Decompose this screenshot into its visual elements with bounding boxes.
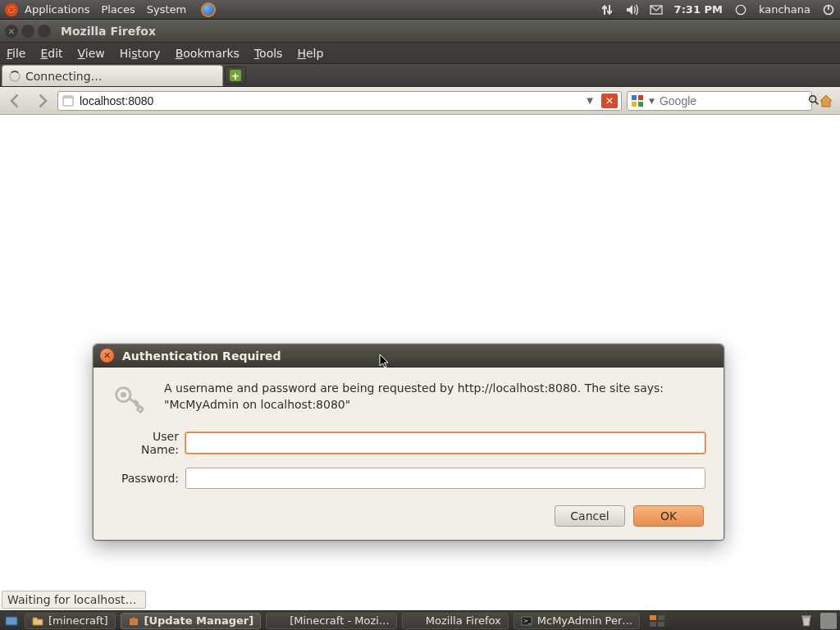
menu-tools[interactable]: Tools [254,47,283,60]
task-item-minecraft-firefox[interactable]: [Minecraft - Mozi… [266,613,397,629]
auth-dialog-title: Authentication Required [122,349,281,363]
url-bar[interactable]: ▼ ✕ [57,91,622,111]
task-label: Mozilla Firefox [426,614,501,627]
password-input[interactable] [185,468,705,489]
search-input[interactable] [660,94,803,107]
panel-clock[interactable]: 7:31 PM [674,3,723,16]
password-label: Password: [112,472,179,485]
svg-rect-9 [638,102,643,107]
svg-rect-7 [638,95,643,100]
menu-help[interactable]: Help [297,47,323,60]
task-item-minecraft-folder[interactable]: [minecraft] [25,613,116,629]
firefox-titlebar[interactable]: ✕ Mozilla Firefox [0,20,840,43]
menu-bookmarks[interactable]: Bookmarks [176,47,240,60]
terminal-icon: >_ [521,615,532,627]
window-title: Mozilla Firefox [61,25,156,38]
search-bar[interactable]: ▼ [627,91,812,111]
svg-rect-22 [801,615,810,617]
page-content: ✕ Authentication Required A username and… [0,115,840,610]
panel-menu-system[interactable]: System [147,3,186,16]
task-item-update-manager[interactable]: [Update Manager] [121,613,262,629]
auth-dialog-titlebar[interactable]: ✕ Authentication Required [94,345,724,368]
mail-icon[interactable] [650,3,663,16]
firefox-icon [409,615,421,627]
username-label: User Name: [112,430,179,456]
volume-icon[interactable] [625,3,638,16]
svg-rect-6 [632,95,637,100]
folder-icon [32,615,43,627]
google-engine-icon[interactable] [631,94,644,107]
update-manager-icon [128,615,139,627]
username-input[interactable] [185,432,705,454]
user-indicator-icon[interactable] [734,3,747,16]
firefox-launcher-icon[interactable] [201,2,216,17]
status-bar: Waiting for localhost… [2,591,146,609]
task-label: [minecraft] [48,614,108,627]
power-icon[interactable] [822,3,835,16]
workspace-switcher-icon[interactable] [650,615,661,627]
menu-edit[interactable]: Edit [40,47,62,60]
menu-view[interactable]: View [78,47,105,60]
stop-button[interactable]: ✕ [601,94,618,108]
svg-rect-8 [632,102,637,107]
panel-menu-places[interactable]: Places [101,3,135,16]
url-input[interactable] [80,94,578,107]
plus-icon: + [230,70,241,81]
page-identity-icon[interactable] [62,94,75,107]
gnome-top-panel: ◌ Applications Places System 7:31 PM kan… [0,0,840,20]
svg-text:>_: >_ [523,618,532,624]
svg-rect-20 [650,622,656,627]
url-history-dropdown-icon[interactable]: ▼ [583,96,596,105]
svg-rect-19 [658,615,664,620]
task-label: [Update Manager] [144,614,254,627]
home-button[interactable] [817,92,835,110]
gnome-bottom-panel: [minecraft] [Update Manager] [Minecraft … [0,610,840,630]
show-desktop-icon[interactable] [3,613,20,629]
svg-point-13 [121,392,126,398]
user-switcher-icon[interactable] [820,613,837,629]
task-item-firefox[interactable]: Mozilla Firefox [402,613,509,629]
panel-menu-applications[interactable]: Applications [25,3,89,16]
svg-point-10 [810,95,816,102]
task-label: [Minecraft - Mozi… [290,614,390,627]
menu-file[interactable]: File [7,47,25,60]
firefox-navbar: ▼ ✕ ▼ [0,87,840,115]
tab-label: Connecting… [25,70,103,83]
window-maximize-icon[interactable] [38,25,51,38]
window-close-icon[interactable]: ✕ [5,25,18,38]
auth-dialog-close-icon[interactable]: ✕ [100,349,114,363]
task-item-mcmyadmin[interactable]: >_ McMyAdmin Per… [514,613,641,629]
trash-icon[interactable] [799,613,815,629]
svg-rect-14 [6,617,17,625]
forward-button[interactable] [31,91,52,111]
key-icon [112,381,149,418]
auth-dialog-message: A username and password are being reques… [164,381,705,413]
panel-username[interactable]: kanchana [759,3,810,16]
window-minimize-icon[interactable] [21,25,34,38]
firefox-window: ✕ Mozilla Firefox File Edit View History… [0,20,840,610]
browser-tab[interactable]: Connecting… [2,65,223,86]
firefox-menubar: File Edit View History Bookmarks Tools H… [0,43,840,64]
svg-rect-21 [658,622,664,627]
ubuntu-logo-icon[interactable]: ◌ [5,3,18,16]
network-icon[interactable] [600,3,614,16]
svg-point-1 [736,5,745,14]
cancel-button[interactable]: Cancel [555,505,625,527]
svg-rect-5 [63,96,73,98]
svg-rect-15 [130,619,138,625]
loading-spinner-icon [9,71,21,82]
svg-rect-18 [650,615,656,620]
new-tab-button[interactable]: + [225,66,246,84]
firefox-tabstrip: Connecting… + [0,64,840,87]
menu-history[interactable]: History [120,47,161,60]
task-label: McMyAdmin Per… [537,614,633,627]
firefox-icon [273,615,285,627]
back-button[interactable] [5,91,26,111]
ok-button[interactable]: OK [633,505,704,527]
auth-dialog: ✕ Authentication Required A username and… [93,344,724,541]
